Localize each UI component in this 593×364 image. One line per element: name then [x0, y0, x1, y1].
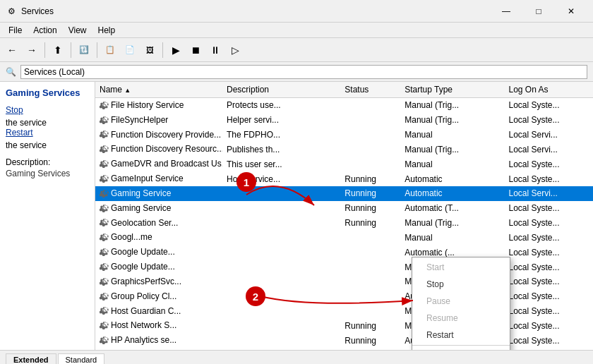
- cell-log-on-as: Local Syste...: [504, 113, 593, 128]
- cell-name: Google Update...: [95, 260, 222, 274]
- col-description[interactable]: Description: [222, 82, 340, 98]
- toolbar-view[interactable]: 📄: [121, 41, 139, 59]
- toolbar-refresh[interactable]: 🔃: [75, 41, 93, 59]
- cell-status: [340, 274, 400, 289]
- col-startup-type[interactable]: Startup Type: [400, 82, 504, 98]
- close-button[interactable]: ✕: [555, 0, 587, 23]
- cell-status: [340, 245, 400, 260]
- sidebar: Gaming Services Stop the service Restart…: [0, 82, 95, 350]
- toolbar-sep-4: [162, 42, 163, 58]
- toolbar-export[interactable]: 📋: [101, 41, 119, 59]
- cell-status: Running: [340, 186, 400, 201]
- cell-name: Host Network S...: [95, 318, 222, 333]
- context-sep-1: [412, 345, 510, 346]
- table-row[interactable]: Host Network S...RunningManual (Trig...L…: [95, 318, 593, 333]
- cell-description: [222, 216, 340, 231]
- cell-startup-type: Automatic: [400, 186, 504, 201]
- cell-status: [340, 128, 400, 142]
- table-row[interactable]: Group Policy Cl...Automatic (Ti...Local …: [95, 289, 593, 304]
- cell-log-on-as: Local Syste...: [504, 98, 593, 113]
- cell-description: [222, 201, 340, 216]
- col-log-on-as[interactable]: Log On As: [504, 82, 593, 98]
- status-tabs: Extended Standard: [0, 350, 593, 364]
- cell-status: [340, 304, 400, 319]
- context-menu-start[interactable]: Start: [412, 259, 510, 276]
- cell-description: [222, 230, 340, 245]
- cell-startup-type: Manual: [400, 157, 504, 171]
- menu-view[interactable]: View: [63, 24, 92, 37]
- toolbar-start[interactable]: ▶: [167, 41, 185, 59]
- col-name[interactable]: Name ▲: [95, 82, 222, 98]
- cell-name: Function Discovery Resourc...: [95, 142, 222, 157]
- cell-description: [222, 274, 340, 289]
- cell-name: Gaming Service: [95, 201, 222, 216]
- table-row[interactable]: Gaming ServiceRunningAutomatic (T...Loca…: [95, 201, 593, 216]
- toolbar-properties[interactable]: 🖼: [140, 41, 159, 59]
- sidebar-stop-text: the service: [6, 118, 47, 128]
- tab-extended[interactable]: Extended: [6, 353, 56, 364]
- app-icon: ⚙: [6, 6, 17, 17]
- cell-name: Google Update...: [95, 245, 222, 260]
- toolbar-forward[interactable]: →: [23, 41, 41, 59]
- table-row[interactable]: Function Discovery Resourc...Publishes t…: [95, 142, 593, 157]
- col-status[interactable]: Status: [340, 82, 400, 98]
- cell-log-on-as: Local Syste...: [504, 274, 593, 289]
- window-controls: — □ ✕: [490, 0, 587, 23]
- context-menu-resume[interactable]: Resume: [412, 310, 510, 327]
- table-row[interactable]: Function Discovery Provide...The FDPHO..…: [95, 128, 593, 142]
- table-row[interactable]: File History ServiceProtects use...Manua…: [95, 98, 593, 113]
- table-row[interactable]: Gaming ServiceRunningAutomaticLocal Serv…: [95, 186, 593, 201]
- table-row[interactable]: Host Guardian C...Manual (Trig...Local S…: [95, 304, 593, 319]
- toolbar-pause[interactable]: ⏸: [206, 41, 224, 59]
- context-menu-restart[interactable]: Restart: [412, 327, 510, 344]
- sidebar-restart-text: the service: [6, 140, 47, 150]
- table-row[interactable]: Google Update...Automatic (...Local Syst…: [95, 245, 593, 260]
- toolbar-restart[interactable]: ▷: [226, 41, 244, 59]
- step-2-circle: 2: [246, 286, 265, 306]
- services-table: Name ▲ Description Status Startup Type L…: [95, 82, 593, 348]
- cell-startup-type: Manual (Trig...: [400, 98, 504, 113]
- toolbar-back[interactable]: ←: [3, 41, 21, 59]
- table-row[interactable]: Google Update...ManualLocal Syste...: [95, 260, 593, 274]
- table-row[interactable]: HP Analytics se...RunningAutomaticLocal …: [95, 333, 593, 348]
- table-row[interactable]: GameDVR and Broadcast Us...This user ser…: [95, 157, 593, 171]
- cell-log-on-as: Local Syste...: [504, 201, 593, 216]
- table-row[interactable]: Googl...meManualLocal Syste...: [95, 230, 593, 245]
- toolbar-up[interactable]: ⬆: [49, 41, 67, 59]
- cell-log-on-as: Local Syste...: [504, 157, 593, 171]
- services-table-scroll[interactable]: Name ▲ Description Status Startup Type L…: [95, 82, 593, 350]
- cell-log-on-as: Local Syste...: [504, 245, 593, 260]
- table-row[interactable]: Geolocation Ser...RunningManual (Trig...…: [95, 216, 593, 231]
- address-text: Services (Local): [24, 67, 85, 77]
- cell-name: HP Analytics se...: [95, 333, 222, 348]
- context-menu-pause[interactable]: Pause: [412, 293, 510, 310]
- cell-log-on-as: Local Syste...: [504, 230, 593, 245]
- cell-description: This user ser...: [222, 157, 340, 171]
- table-row[interactable]: GraphicsPerfSvc...Manual (Trig...Local S…: [95, 274, 593, 289]
- menu-file[interactable]: File: [3, 24, 28, 37]
- cell-status: Running: [340, 171, 400, 186]
- table-row[interactable]: FileSyncHelperHelper servi...Manual (Tri…: [95, 113, 593, 128]
- context-menu-stop[interactable]: Stop: [412, 276, 510, 293]
- context-menu-all-tasks[interactable]: All Tasks ▶: [412, 347, 510, 350]
- cell-log-on-as: Local Syste...: [504, 171, 593, 186]
- menu-help[interactable]: Help: [92, 24, 121, 37]
- table-row[interactable]: GameInput ServiceHost service...RunningA…: [95, 171, 593, 186]
- toolbar-stop[interactable]: ⏹: [186, 41, 205, 59]
- content-area: 1 2 Start Stop Paus: [95, 82, 593, 350]
- sidebar-stop-link[interactable]: Stop: [6, 105, 89, 115]
- tab-standard[interactable]: Standard: [58, 353, 105, 364]
- cell-log-on-as: Local Syste...: [504, 216, 593, 231]
- sidebar-restart-link[interactable]: Restart: [6, 128, 89, 138]
- menu-action[interactable]: Action: [28, 24, 62, 37]
- sidebar-desc-text: Gaming Services: [6, 169, 89, 178]
- cell-name: Googl...me: [95, 230, 222, 245]
- cell-name: Group Policy Cl...: [95, 289, 222, 304]
- cell-log-on-as: Local Syste...: [504, 304, 593, 319]
- minimize-button[interactable]: —: [490, 0, 522, 23]
- menu-bar: File Action View Help: [0, 23, 593, 38]
- cell-startup-type: Manual (Trig...: [400, 216, 504, 231]
- cell-status: [340, 157, 400, 171]
- maximize-button[interactable]: □: [522, 0, 555, 23]
- table-header-row: Name ▲ Description Status Startup Type L…: [95, 82, 593, 98]
